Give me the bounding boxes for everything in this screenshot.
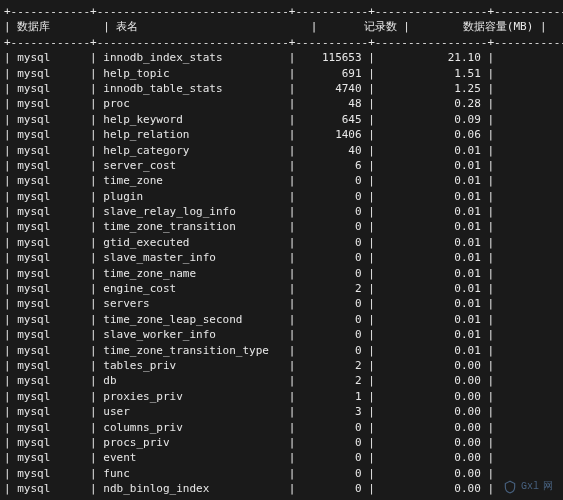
query-result-table: +------------+--------------------------… xyxy=(4,4,559,500)
shield-icon xyxy=(503,480,517,494)
watermark: Gxl网 xyxy=(503,480,553,494)
watermark-sub: 网 xyxy=(543,480,553,494)
watermark-text: Gxl xyxy=(521,480,539,494)
